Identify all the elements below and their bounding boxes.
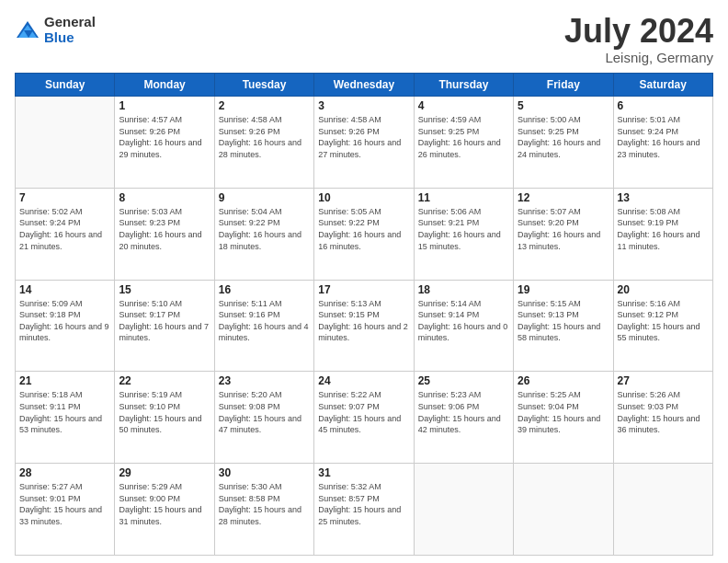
calendar-cell-w5-d1: 29 Sunrise: 5:29 AMSunset: 9:00 PMDaylig… xyxy=(115,464,214,556)
cell-sunrise: Sunrise: 5:01 AMSunset: 9:24 PMDaylight:… xyxy=(618,115,700,159)
cell-day-number: 20 xyxy=(618,283,709,296)
cell-day-number: 9 xyxy=(219,191,310,204)
calendar-week-1: 1 Sunrise: 4:57 AMSunset: 9:26 PMDayligh… xyxy=(16,97,713,189)
title-month: July 2024 xyxy=(564,15,713,48)
cell-day-number: 17 xyxy=(318,283,409,296)
calendar-week-4: 21 Sunrise: 5:18 AMSunset: 9:11 PMDaylig… xyxy=(16,372,713,464)
cell-sunrise: Sunrise: 5:16 AMSunset: 9:12 PMDaylight:… xyxy=(618,299,700,343)
logo-general-text: General xyxy=(44,15,96,30)
cell-sunrise: Sunrise: 4:58 AMSunset: 9:26 PMDaylight:… xyxy=(318,115,401,159)
cell-sunrise: Sunrise: 5:08 AMSunset: 9:19 PMDaylight:… xyxy=(618,207,700,251)
calendar-week-5: 28 Sunrise: 5:27 AMSunset: 9:01 PMDaylig… xyxy=(16,464,713,556)
calendar-cell-w1-d5: 5 Sunrise: 5:00 AMSunset: 9:25 PMDayligh… xyxy=(514,97,613,189)
cell-sunrise: Sunrise: 5:19 AMSunset: 9:10 PMDaylight:… xyxy=(119,390,201,434)
calendar-cell-w3-d4: 18 Sunrise: 5:14 AMSunset: 9:14 PMDaylig… xyxy=(414,280,513,372)
calendar-cell-w3-d6: 20 Sunrise: 5:16 AMSunset: 9:12 PMDaylig… xyxy=(613,280,712,372)
cell-day-number: 4 xyxy=(418,99,509,112)
calendar-week-2: 7 Sunrise: 5:02 AMSunset: 9:24 PMDayligh… xyxy=(16,188,713,280)
cell-sunrise: Sunrise: 5:18 AMSunset: 9:11 PMDaylight:… xyxy=(19,390,102,434)
calendar-table: Sunday Monday Tuesday Wednesday Thursday… xyxy=(15,73,713,556)
header-tuesday: Tuesday xyxy=(214,74,313,97)
calendar-cell-w3-d0: 14 Sunrise: 5:09 AMSunset: 9:18 PMDaylig… xyxy=(16,280,115,372)
cell-sunrise: Sunrise: 5:20 AMSunset: 9:08 PMDaylight:… xyxy=(219,390,301,434)
calendar-cell-w4-d3: 24 Sunrise: 5:22 AMSunset: 9:07 PMDaylig… xyxy=(314,372,414,464)
cell-sunrise: Sunrise: 5:13 AMSunset: 9:15 PMDaylight:… xyxy=(318,299,408,343)
cell-sunrise: Sunrise: 5:26 AMSunset: 9:03 PMDaylight:… xyxy=(618,390,700,434)
calendar-cell-w4-d2: 23 Sunrise: 5:20 AMSunset: 9:08 PMDaylig… xyxy=(214,372,313,464)
cell-sunrise: Sunrise: 5:07 AMSunset: 9:20 PMDaylight:… xyxy=(518,207,600,251)
cell-day-number: 18 xyxy=(418,283,509,296)
cell-day-number: 7 xyxy=(19,191,110,204)
cell-sunrise: Sunrise: 5:23 AMSunset: 9:06 PMDaylight:… xyxy=(418,390,501,434)
logo: General Blue xyxy=(15,15,96,45)
cell-day-number: 8 xyxy=(119,191,210,204)
cell-day-number: 14 xyxy=(19,283,110,296)
calendar-cell-w4-d5: 26 Sunrise: 5:25 AMSunset: 9:04 PMDaylig… xyxy=(514,372,613,464)
calendar-cell-w2-d5: 12 Sunrise: 5:07 AMSunset: 9:20 PMDaylig… xyxy=(514,188,613,280)
cell-sunrise: Sunrise: 4:58 AMSunset: 9:26 PMDaylight:… xyxy=(219,115,301,159)
cell-day-number: 3 xyxy=(318,99,409,112)
calendar-cell-w4-d0: 21 Sunrise: 5:18 AMSunset: 9:11 PMDaylig… xyxy=(16,372,115,464)
calendar-cell-w3-d1: 15 Sunrise: 5:10 AMSunset: 9:17 PMDaylig… xyxy=(115,280,214,372)
calendar-cell-w1-d0 xyxy=(16,97,115,189)
title-location: Leisnig, Germany xyxy=(564,50,713,65)
calendar-cell-w1-d6: 6 Sunrise: 5:01 AMSunset: 9:24 PMDayligh… xyxy=(613,97,712,189)
cell-day-number: 28 xyxy=(19,466,110,479)
cell-sunrise: Sunrise: 4:57 AMSunset: 9:26 PMDaylight:… xyxy=(119,115,201,159)
cell-sunrise: Sunrise: 5:09 AMSunset: 9:18 PMDaylight:… xyxy=(19,299,109,343)
cell-sunrise: Sunrise: 5:06 AMSunset: 9:21 PMDaylight:… xyxy=(418,207,501,251)
calendar-cell-w1-d4: 4 Sunrise: 4:59 AMSunset: 9:25 PMDayligh… xyxy=(414,97,513,189)
calendar-week-3: 14 Sunrise: 5:09 AMSunset: 9:18 PMDaylig… xyxy=(16,280,713,372)
cell-day-number: 10 xyxy=(318,191,409,204)
title-block: July 2024 Leisnig, Germany xyxy=(564,15,713,65)
cell-day-number: 31 xyxy=(318,466,409,479)
header-monday: Monday xyxy=(115,74,214,97)
header-saturday: Saturday xyxy=(613,74,712,97)
cell-sunrise: Sunrise: 5:10 AMSunset: 9:17 PMDaylight:… xyxy=(119,299,209,343)
cell-day-number: 29 xyxy=(119,466,210,479)
calendar-cell-w2-d2: 9 Sunrise: 5:04 AMSunset: 9:22 PMDayligh… xyxy=(214,188,313,280)
cell-sunrise: Sunrise: 5:05 AMSunset: 9:22 PMDaylight:… xyxy=(318,207,401,251)
cell-sunrise: Sunrise: 5:04 AMSunset: 9:22 PMDaylight:… xyxy=(219,207,301,251)
page: General Blue July 2024 Leisnig, Germany … xyxy=(0,0,728,563)
cell-day-number: 5 xyxy=(518,99,609,112)
cell-day-number: 22 xyxy=(119,374,210,387)
cell-day-number: 13 xyxy=(618,191,709,204)
calendar-cell-w5-d0: 28 Sunrise: 5:27 AMSunset: 9:01 PMDaylig… xyxy=(16,464,115,556)
cell-day-number: 25 xyxy=(418,374,509,387)
cell-sunrise: Sunrise: 5:32 AMSunset: 8:57 PMDaylight:… xyxy=(318,482,401,526)
cell-sunrise: Sunrise: 5:30 AMSunset: 8:58 PMDaylight:… xyxy=(219,482,301,526)
calendar-cell-w4-d6: 27 Sunrise: 5:26 AMSunset: 9:03 PMDaylig… xyxy=(613,372,712,464)
cell-day-number: 15 xyxy=(119,283,210,296)
header-thursday: Thursday xyxy=(414,74,513,97)
logo-icon xyxy=(15,17,40,43)
cell-day-number: 27 xyxy=(618,374,709,387)
calendar-cell-w2-d6: 13 Sunrise: 5:08 AMSunset: 9:19 PMDaylig… xyxy=(613,188,712,280)
calendar-cell-w3-d3: 17 Sunrise: 5:13 AMSunset: 9:15 PMDaylig… xyxy=(314,280,414,372)
cell-sunrise: Sunrise: 5:29 AMSunset: 9:00 PMDaylight:… xyxy=(119,482,201,526)
calendar-cell-w2-d0: 7 Sunrise: 5:02 AMSunset: 9:24 PMDayligh… xyxy=(16,188,115,280)
calendar-cell-w2-d4: 11 Sunrise: 5:06 AMSunset: 9:21 PMDaylig… xyxy=(414,188,513,280)
cell-day-number: 24 xyxy=(318,374,409,387)
cell-day-number: 26 xyxy=(518,374,609,387)
calendar-cell-w3-d5: 19 Sunrise: 5:15 AMSunset: 9:13 PMDaylig… xyxy=(514,280,613,372)
cell-sunrise: Sunrise: 5:15 AMSunset: 9:13 PMDaylight:… xyxy=(518,299,600,343)
cell-sunrise: Sunrise: 5:22 AMSunset: 9:07 PMDaylight:… xyxy=(318,390,401,434)
header-wednesday: Wednesday xyxy=(314,74,414,97)
cell-sunrise: Sunrise: 5:27 AMSunset: 9:01 PMDaylight:… xyxy=(19,482,102,526)
cell-sunrise: Sunrise: 5:25 AMSunset: 9:04 PMDaylight:… xyxy=(518,390,600,434)
cell-day-number: 11 xyxy=(418,191,509,204)
cell-day-number: 1 xyxy=(119,99,210,112)
calendar-cell-w4-d4: 25 Sunrise: 5:23 AMSunset: 9:06 PMDaylig… xyxy=(414,372,513,464)
cell-day-number: 21 xyxy=(19,374,110,387)
calendar-cell-w5-d4 xyxy=(414,464,513,556)
logo-blue-text: Blue xyxy=(44,30,96,46)
cell-sunrise: Sunrise: 5:11 AMSunset: 9:16 PMDaylight:… xyxy=(219,299,309,343)
calendar-header-row: Sunday Monday Tuesday Wednesday Thursday… xyxy=(16,74,713,97)
calendar-cell-w3-d2: 16 Sunrise: 5:11 AMSunset: 9:16 PMDaylig… xyxy=(214,280,313,372)
calendar-cell-w5-d2: 30 Sunrise: 5:30 AMSunset: 8:58 PMDaylig… xyxy=(214,464,313,556)
calendar-cell-w5-d5 xyxy=(514,464,613,556)
calendar-cell-w4-d1: 22 Sunrise: 5:19 AMSunset: 9:10 PMDaylig… xyxy=(115,372,214,464)
cell-day-number: 19 xyxy=(518,283,609,296)
cell-day-number: 23 xyxy=(219,374,310,387)
